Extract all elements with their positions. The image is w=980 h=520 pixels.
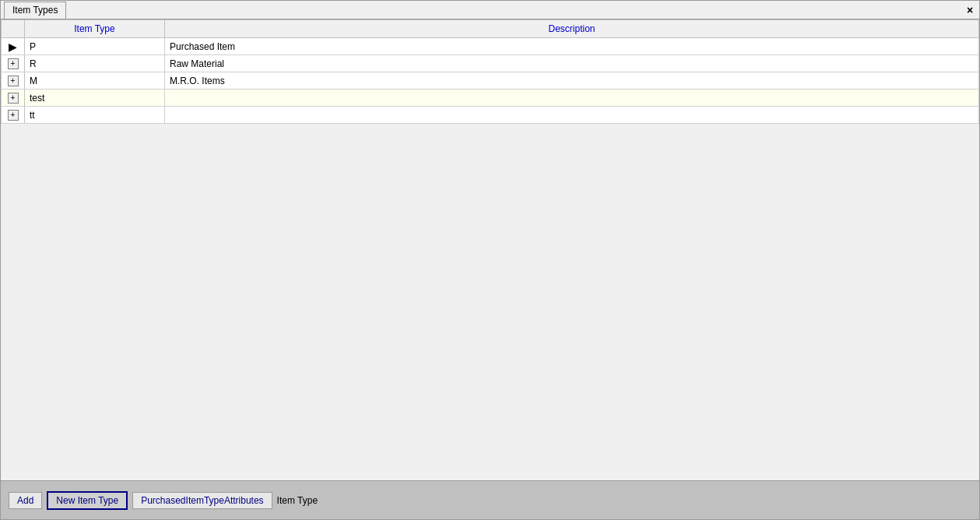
table-row[interactable]: +MM.R.O. Items <box>2 72 979 90</box>
item-type-cell[interactable]: M <box>25 72 165 90</box>
description-cell[interactable] <box>165 107 979 124</box>
item-type-footer-label: Item Type <box>277 495 318 506</box>
table-header-row: Item Type Description <box>2 20 979 38</box>
row-indicator-cell: ▶ <box>2 38 25 55</box>
row-indicator-cell: + <box>2 107 25 124</box>
description-cell[interactable]: M.R.O. Items <box>165 72 979 90</box>
description-cell[interactable]: Purchased Item <box>165 38 979 55</box>
table-row[interactable]: +tt <box>2 107 979 124</box>
purchased-item-type-attributes-button[interactable]: PurchasedItemTypeAttributes <box>132 492 272 509</box>
table-row[interactable]: ▶PPurchased Item <box>2 38 979 55</box>
new-item-type-button[interactable]: New Item Type <box>47 491 128 510</box>
table-row[interactable]: +RRaw Material <box>2 55 979 72</box>
title-bar: Item Types × <box>1 1 979 19</box>
content-area: Item Type Description ▶PPurchased Item+R… <box>1 19 979 480</box>
col-header-indicator <box>2 20 25 38</box>
add-button[interactable]: Add <box>9 492 42 509</box>
grid-container[interactable]: Item Type Description ▶PPurchased Item+R… <box>1 19 979 480</box>
col-header-description[interactable]: Description <box>165 20 979 38</box>
expand-button[interactable]: + <box>8 93 19 104</box>
expand-button[interactable]: + <box>8 58 19 69</box>
row-indicator-cell: + <box>2 72 25 90</box>
tab-label: Item Types <box>12 5 58 16</box>
item-types-table: Item Type Description ▶PPurchased Item+R… <box>1 19 979 124</box>
expand-button[interactable]: + <box>8 76 19 86</box>
item-type-cell[interactable]: R <box>25 55 165 72</box>
main-window: Item Types × Item Type Description <box>0 0 980 520</box>
item-type-cell[interactable]: P <box>25 38 165 55</box>
row-indicator-cell: + <box>2 90 25 107</box>
description-cell[interactable]: Raw Material <box>165 55 979 72</box>
current-row-arrow: ▶ <box>9 40 17 53</box>
item-type-cell[interactable]: tt <box>25 107 165 124</box>
footer-bar: Add New Item Type PurchasedItemTypeAttri… <box>1 480 979 519</box>
item-types-tab[interactable]: Item Types <box>4 2 66 19</box>
expand-button[interactable]: + <box>8 110 19 121</box>
close-button[interactable]: × <box>964 4 976 16</box>
description-cell[interactable] <box>165 90 979 107</box>
col-header-item-type[interactable]: Item Type <box>25 20 165 38</box>
item-type-cell[interactable]: test <box>25 90 165 107</box>
row-indicator-cell: + <box>2 55 25 72</box>
table-row[interactable]: +test <box>2 90 979 107</box>
